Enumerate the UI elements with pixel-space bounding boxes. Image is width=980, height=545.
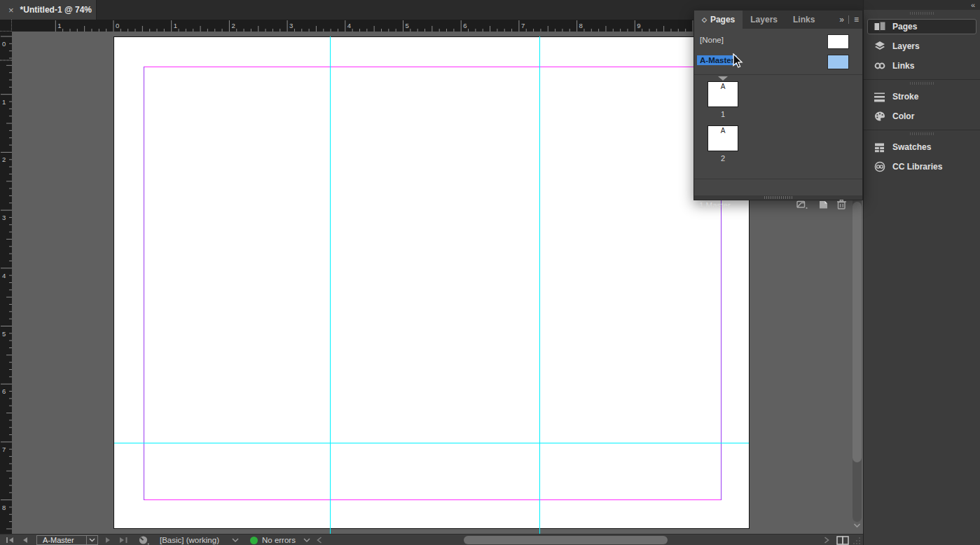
color-icon	[874, 111, 886, 122]
svg-text:2: 2	[2, 156, 6, 163]
panel-separator	[694, 74, 862, 75]
dock-group-grip[interactable]	[864, 11, 980, 15]
master-thumbnail[interactable]	[827, 34, 849, 49]
dock-item-links[interactable]: Links	[867, 58, 976, 74]
panel-collapse-icon[interactable]: »	[839, 15, 843, 25]
page-thumbnail[interactable]: A	[708, 125, 738, 151]
panel-dock: « PagesLayersLinksStrokeColorSwatchesCC …	[863, 0, 980, 545]
previous-page-icon[interactable]	[22, 534, 28, 545]
dock-group-grip[interactable]	[864, 81, 980, 85]
panel-menu-separator	[848, 15, 849, 24]
svg-text:6: 6	[463, 22, 467, 29]
panel-tab-layers[interactable]: Layers	[743, 11, 785, 29]
delete-page-icon[interactable]	[836, 199, 848, 210]
panel-tab-pages[interactable]: ◇Pages	[694, 11, 743, 29]
dock-item-label: Layers	[892, 41, 920, 51]
master-name[interactable]: A-Master	[697, 55, 737, 65]
dock-item-label: Color	[892, 111, 914, 121]
ruler-origin-corner[interactable]	[0, 20, 12, 32]
svg-text:4: 4	[2, 272, 6, 280]
spread-view-icon[interactable]	[836, 534, 850, 545]
page-dropdown-value: A-Master	[37, 536, 86, 544]
panel-resize-grip[interactable]	[694, 195, 862, 200]
pages-panel: ◇PagesLayersLinks » ≡ [None]A-MasterA1A2…	[693, 10, 863, 200]
last-page-icon[interactable]	[119, 534, 128, 545]
cc-libraries-icon	[874, 161, 886, 172]
margin-guide-top	[144, 67, 721, 67]
svg-text:9: 9	[637, 22, 640, 29]
scroll-left-icon[interactable]	[317, 534, 322, 545]
dock-item-stroke[interactable]: Stroke	[867, 89, 976, 104]
edit-page-size-icon[interactable]	[795, 199, 810, 210]
dock-item-layers[interactable]: Layers	[867, 39, 976, 54]
svg-text:3: 3	[289, 22, 293, 29]
panel-cycle-icon: ◇	[702, 16, 707, 23]
error-menu-chevron-icon[interactable]	[303, 534, 310, 545]
dock-item-label: CC Libraries	[892, 162, 942, 172]
pages-panel-body: [None]A-MasterA1A21 Master	[694, 29, 862, 201]
svg-text:8: 8	[579, 22, 583, 29]
page-spread[interactable]	[113, 36, 750, 529]
master-name[interactable]: [None]	[697, 35, 726, 45]
svg-text:1: 1	[174, 22, 177, 29]
svg-text:6: 6	[2, 387, 6, 395]
ruler-guide-vertical	[330, 36, 331, 534]
master-row[interactable]: [None]	[694, 32, 862, 51]
panel-menu-area: » ≡	[839, 11, 858, 29]
svg-text:3: 3	[2, 214, 6, 221]
collapse-dock-icon[interactable]: «	[971, 1, 974, 9]
dock-item-label: Stroke	[892, 92, 918, 102]
layers-icon	[874, 41, 886, 52]
svg-text:4: 4	[347, 22, 351, 29]
master-row[interactable]: A-Master	[694, 52, 862, 71]
svg-text:0: 0	[2, 40, 6, 48]
dock-header	[864, 0, 980, 10]
preflight-status-label: No errors	[262, 534, 296, 545]
current-page-indicator	[718, 76, 728, 81]
page-number-label: 1	[708, 110, 738, 118]
close-document-icon[interactable]: ×	[8, 6, 14, 15]
svg-text:2: 2	[231, 22, 235, 29]
dock-item-cc-libraries[interactable]: CC Libraries	[867, 159, 976, 174]
chevron-down-icon[interactable]	[86, 536, 97, 544]
document-tab[interactable]: × *Untitled-1 @ 74%	[0, 0, 97, 20]
indesign-window: × *Untitled-1 @ 74% 10123456789 01234567…	[0, 0, 980, 545]
svg-text:0: 0	[116, 22, 119, 29]
panel-footer-label: 1 Master	[699, 201, 731, 209]
links-icon	[874, 60, 886, 71]
panel-separator	[694, 179, 862, 179]
status-bar: A-Master [Basic] (working) No errors	[0, 534, 863, 545]
page-thumbnail[interactable]: A	[708, 81, 738, 107]
master-thumbnail[interactable]	[827, 55, 849, 69]
horizontal-scrollbar-thumb[interactable]	[464, 536, 668, 544]
scroll-right-icon[interactable]	[824, 534, 829, 545]
window-resize-grip[interactable]	[852, 536, 861, 545]
svg-text:1: 1	[57, 22, 61, 29]
dock-item-label: Swatches	[892, 142, 931, 152]
vertical-ruler[interactable]: 012345678	[0, 32, 12, 534]
new-page-icon[interactable]	[817, 199, 830, 210]
preflight-status-dot	[250, 534, 258, 545]
scroll-down-icon[interactable]	[853, 523, 861, 528]
first-page-icon[interactable]	[6, 534, 15, 545]
dock-item-label: Links	[892, 61, 914, 71]
preflight-menu-chevron-icon[interactable]	[232, 534, 239, 545]
panel-tab-links[interactable]: Links	[785, 11, 822, 29]
svg-text:8: 8	[2, 504, 6, 511]
next-page-icon[interactable]	[105, 534, 111, 545]
panel-flyout-menu-icon[interactable]: ≡	[854, 15, 858, 25]
page-number-label: 2	[708, 154, 738, 163]
vertical-scrollbar-thumb[interactable]	[853, 202, 862, 462]
dock-item-pages[interactable]: Pages	[867, 19, 976, 34]
pages-icon	[874, 21, 886, 32]
svg-text:7: 7	[521, 22, 525, 29]
page-number-dropdown[interactable]: A-Master	[36, 535, 98, 545]
dock-group-grip[interactable]	[864, 132, 980, 135]
preflight-gauge-icon[interactable]	[138, 534, 151, 545]
dock-item-swatches[interactable]: Swatches	[867, 139, 976, 155]
preflight-profile-label: [Basic] (working)	[160, 534, 219, 545]
svg-text:7: 7	[2, 446, 6, 453]
margin-guide-bottom	[144, 499, 721, 500]
dock-item-color[interactable]: Color	[867, 109, 976, 124]
panel-tab-label: Layers	[750, 15, 778, 25]
